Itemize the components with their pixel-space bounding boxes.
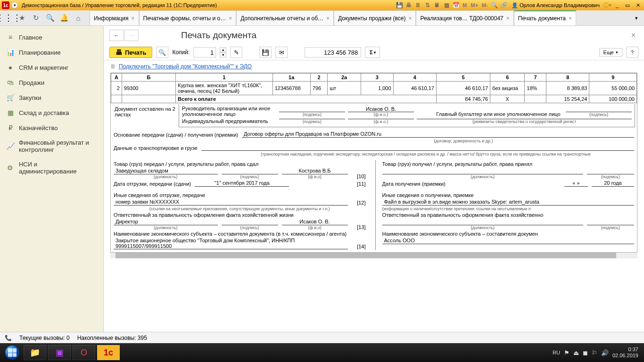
tab-info[interactable]: Информация× <box>90 10 139 25</box>
search-icon[interactable]: 🔍 <box>43 11 57 25</box>
edo-link[interactable]: Подключить "Торговый дом "Комплексный"" … <box>119 63 252 70</box>
calendar-icon[interactable]: 📅 <box>452 1 460 9</box>
forward-button[interactable]: → <box>124 30 139 41</box>
sidebar-item-purchases[interactable]: 🛒Закупки <box>0 90 103 105</box>
tray-device-icon[interactable]: ⏏ <box>573 349 579 356</box>
link-icon[interactable]: 🔗 <box>500 1 508 9</box>
document-table: А Б 1 1а 2 2а 3 4 5 6 7 8 9 <box>111 73 637 103</box>
table-header-row: А Б 1 1а 2 2а 3 4 5 6 7 8 9 <box>111 74 637 82</box>
taskbar-app-opera[interactable]: O <box>73 345 95 360</box>
crm-icon: ● <box>7 64 14 71</box>
tab-print-forms[interactable]: Печатные формы, отчеты и о…× <box>139 10 237 25</box>
print-button[interactable]: 🖶Печать <box>109 47 152 58</box>
close-icon[interactable]: × <box>131 15 134 22</box>
copies-input[interactable] <box>193 47 216 58</box>
copies-down[interactable]: ▼ <box>220 52 226 58</box>
sidebar-item-crm[interactable]: ●CRM и маркетинг <box>0 60 103 75</box>
page-close-button[interactable]: × <box>628 31 638 40</box>
tab-print-document[interactable]: Печать документа× <box>514 10 576 25</box>
help-button[interactable]: ? <box>626 47 638 58</box>
titlebar-dropdown[interactable]: ▾ <box>11 2 18 8</box>
close-icon[interactable]: × <box>229 15 232 22</box>
save-icon[interactable]: 💾 <box>396 1 403 9</box>
close-icon[interactable]: × <box>506 15 510 22</box>
home-icon[interactable]: ⌂ <box>72 11 85 25</box>
taskbar-app-explorer[interactable]: 📁 <box>24 345 46 360</box>
mem-mplus[interactable]: M+ <box>470 2 479 8</box>
favorites-icon[interactable]: ★ <box>15 11 28 25</box>
copies-up[interactable]: ▲ <box>220 47 226 52</box>
bell-icon[interactable]: 🔔 <box>58 11 71 25</box>
sidebar-item-warehouse[interactable]: ▦Склад и доставка <box>0 105 103 120</box>
compare-icon[interactable]: ⇅ <box>424 1 431 9</box>
system-tray: RU ⚑ ⏏ ◼ ⚐ 🔊 0:37 02.06.2019 <box>553 346 641 359</box>
horizontal-scrollbar[interactable] <box>110 253 637 258</box>
edo-icon: 🗎 <box>110 63 116 70</box>
edit-button[interactable]: ✎ <box>230 47 242 58</box>
table-row[interactable]: 2 99300 Куртка мех. женская "ХИТ тL160К"… <box>111 82 637 95</box>
email-button[interactable]: ✉ <box>275 47 288 58</box>
close-icon[interactable]: × <box>326 15 330 22</box>
back-button[interactable]: ← <box>109 30 124 41</box>
tray-volume-icon[interactable]: 🔊 <box>601 349 609 356</box>
maximize-button[interactable]: ▭ <box>623 2 632 8</box>
language-indicator[interactable]: RU <box>553 350 560 355</box>
sidebar-item-nsi[interactable]: ⚙НСИ и администрирование <box>0 157 103 179</box>
doc-pages-label: Документ составлен на 2 листах <box>113 104 179 119</box>
close-icon[interactable]: × <box>408 15 412 22</box>
printer-icon: 🖶 <box>116 49 122 56</box>
copies-spinner: ▲ ▼ <box>220 47 226 58</box>
document-icon[interactable]: 🗎 <box>414 1 422 9</box>
tab-additional-reports[interactable]: Дополнительные отчеты и об…× <box>236 10 334 25</box>
document-area[interactable]: А Б 1 1а 2 2а 3 4 5 6 7 8 9 <box>104 73 644 332</box>
app-logo: 1c <box>2 1 9 9</box>
content-area: ← → Печать документа × 🖶Печать 🔍 Копий: … <box>104 26 644 332</box>
history-icon[interactable]: ↻ <box>29 11 42 25</box>
mem-m[interactable]: M <box>462 2 468 8</box>
sidebar-item-finances[interactable]: 📈Финансовый результат и контроллинг <box>0 135 103 157</box>
boxes-icon: ▦ <box>7 109 14 116</box>
sidebar-item-planning[interactable]: 📊Планирование <box>0 45 103 60</box>
info-icon[interactable]: ⓘ▾ <box>603 1 611 9</box>
cart-icon: 🛒 <box>7 94 14 101</box>
ruble-icon: ₽ <box>7 124 14 132</box>
tab-realization[interactable]: Реализация тов… ТД00-000047× <box>416 10 513 25</box>
mem-mminus[interactable]: M- <box>481 2 489 8</box>
sidebar-item-main[interactable]: ≡Главное <box>0 30 103 45</box>
user-name: Орлов Александр Владимирович <box>520 2 600 8</box>
print-icon[interactable]: 🖶 <box>405 1 413 9</box>
page-title: Печать документа <box>181 30 256 41</box>
tray-flag-icon[interactable]: ⚑ <box>564 349 570 356</box>
phone-icon: 📞 <box>5 335 12 341</box>
tab-sales-docs[interactable]: Документы продажи (все)× <box>334 10 416 25</box>
sum-input[interactable] <box>305 47 361 58</box>
apps-grid-icon[interactable]: ⋮⋮⋮ <box>3 12 14 24</box>
tab-overflow[interactable]: ▾ <box>632 15 641 21</box>
windows-taskbar: 📁 ▣ O 1c RU ⚑ ⏏ ◼ ⚐ 🔊 0:37 02.06.2019 <box>0 343 644 362</box>
signature-block: Документ составлен на 2 листах Руководит… <box>111 103 637 128</box>
close-icon[interactable]: × <box>569 15 572 22</box>
basis-section: Основание передачи (сдачи) / получения (… <box>111 128 637 158</box>
sidebar-item-sales[interactable]: 🛍Продажи <box>0 75 103 90</box>
user-box[interactable]: 👤 Орлов Александр Владимирович <box>510 2 602 8</box>
grid-icon[interactable]: ▦ <box>443 1 450 9</box>
start-button[interactable] <box>3 345 22 360</box>
status-bar: 📞 Текущие вызовы: 0 Накопленные вызовы: … <box>0 332 644 343</box>
zoom-icon[interactable]: 🔍 <box>491 1 498 9</box>
tray-network-icon[interactable]: ◼ <box>583 349 588 356</box>
taskbar-app-1[interactable]: ▣ <box>48 345 71 360</box>
copies-label: Копий: <box>172 49 190 56</box>
calculator-icon[interactable]: 🖩 <box>433 1 441 9</box>
tray-shield-icon[interactable]: ⚐ <box>592 349 597 356</box>
preview-button[interactable]: 🔍 <box>156 47 168 58</box>
document-toolbar: 🖶Печать 🔍 Копий: ▲ ▼ ✎ 💾 ✉ Σ▾ Еще▾ ? <box>104 45 644 60</box>
more-button[interactable]: Еще▾ <box>599 48 622 57</box>
taskbar-clock[interactable]: 0:37 02.06.2019 <box>612 346 641 359</box>
save-button[interactable]: 💾 <box>259 47 272 58</box>
close-button[interactable]: ✕ <box>634 2 642 8</box>
sidebar-item-treasury[interactable]: ₽Казначейство <box>0 120 103 135</box>
sigma-button[interactable]: Σ▾ <box>365 47 380 58</box>
sidebar: ≡Главное 📊Планирование ●CRM и маркетинг … <box>0 26 104 332</box>
minimize-button[interactable]: _ <box>613 2 621 8</box>
taskbar-app-1c[interactable]: 1c <box>97 345 120 360</box>
